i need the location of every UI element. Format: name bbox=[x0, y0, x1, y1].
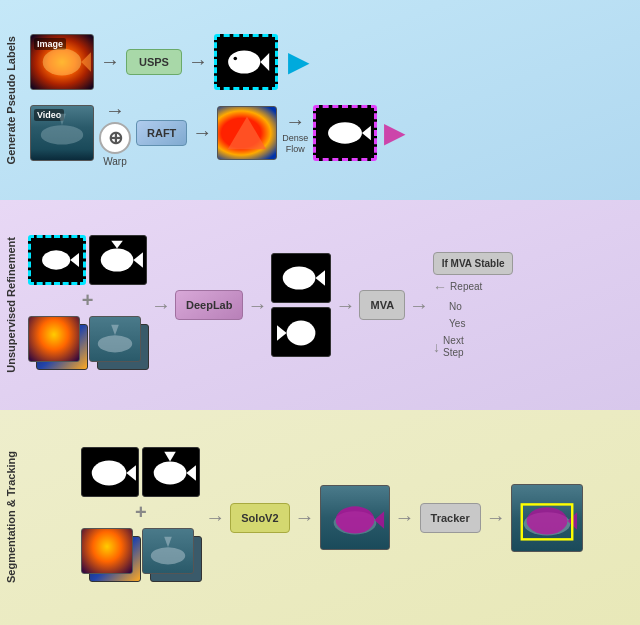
svg-point-17 bbox=[283, 266, 316, 289]
svg-marker-22 bbox=[127, 465, 137, 480]
no-label: No bbox=[449, 301, 462, 312]
fish-svg-1 bbox=[31, 35, 93, 89]
svg-point-19 bbox=[287, 320, 316, 345]
fish-mask-svg-1 bbox=[217, 37, 275, 87]
fish-p3-1 bbox=[82, 448, 138, 496]
svg-point-26 bbox=[151, 547, 185, 564]
svg-point-32 bbox=[526, 507, 567, 534]
thumb-image-colorful: Image bbox=[30, 34, 94, 90]
result-svg-2 bbox=[272, 308, 330, 356]
panel-2-label-container: Unsupervised Refinement bbox=[0, 200, 22, 410]
flow-svg bbox=[218, 107, 276, 159]
svg-marker-14 bbox=[111, 240, 123, 248]
svg-point-5 bbox=[41, 125, 83, 144]
panel2-top-pair bbox=[28, 235, 147, 285]
shark-svg-p2 bbox=[90, 317, 140, 361]
panel-3-inner: + bbox=[24, 410, 640, 625]
panel-1-label-container: Generate Pseudo Labels bbox=[0, 0, 22, 200]
panel1-row1: Image → USPS → bbox=[30, 34, 634, 90]
panel1-row2: Video → ⊕ Warp RAFT → bbox=[30, 99, 634, 167]
svg-point-23 bbox=[154, 461, 187, 484]
panel2-bottom-pair bbox=[28, 316, 147, 376]
panel-unsupervised: Unsupervised Refinement bbox=[0, 200, 640, 410]
arrow-to-solov2: → bbox=[205, 506, 225, 529]
repeat-label: Repeat bbox=[450, 281, 482, 292]
panel-3-label: Segmentation & Tracking bbox=[5, 451, 17, 583]
svg-marker-20 bbox=[277, 325, 287, 340]
mva-box: MVA bbox=[359, 290, 405, 320]
svg-point-8 bbox=[328, 122, 362, 143]
thumb-stack-shark bbox=[89, 316, 147, 376]
panel-generate-pseudo: Generate Pseudo Labels Image → USPS bbox=[0, 0, 640, 200]
arrow-1a: → bbox=[100, 50, 120, 73]
thumb-stack-p3-colorful bbox=[81, 528, 139, 588]
arrow-tracker-out: → bbox=[486, 506, 506, 529]
arrow-warp: → bbox=[105, 99, 125, 122]
no-row: No bbox=[449, 301, 462, 312]
arrow-deeplab-out: → bbox=[247, 294, 267, 317]
deeplab-box: DeepLab bbox=[175, 290, 243, 320]
fish-mask-svg-2 bbox=[316, 108, 374, 158]
thumb-solov2-result bbox=[320, 485, 390, 550]
tracker-result-svg bbox=[512, 485, 582, 551]
arrow-solov2-out: → bbox=[295, 506, 315, 529]
shark-p3 bbox=[143, 529, 193, 573]
yes-label: Yes bbox=[449, 318, 465, 329]
repeat-row: ← Repeat bbox=[433, 279, 482, 295]
tracker-box: Tracker bbox=[420, 503, 481, 533]
shark-svg bbox=[31, 106, 93, 160]
arrow-to-ifmva: → bbox=[409, 294, 429, 317]
p3-front-1 bbox=[81, 528, 133, 574]
svg-marker-30 bbox=[374, 511, 384, 528]
svg-marker-11 bbox=[70, 252, 79, 266]
fish-p3-2 bbox=[143, 448, 199, 496]
arrow-cyan-large: ▶ bbox=[288, 45, 310, 78]
plus-sign-p3: + bbox=[135, 501, 147, 524]
panel2-main-row: + bbox=[28, 235, 636, 376]
p3-front-2 bbox=[142, 528, 194, 574]
svg-marker-13 bbox=[133, 252, 143, 267]
thumb-stack-p3-shark bbox=[142, 528, 200, 588]
arrow-to-deeplab: → bbox=[151, 294, 171, 317]
panel-1-label: Generate Pseudo Labels bbox=[5, 36, 17, 164]
warp-group: → ⊕ Warp bbox=[99, 99, 131, 167]
thumb-flow-field bbox=[217, 106, 277, 160]
nextstep-row: ↓ NextStep bbox=[433, 335, 464, 359]
thumb-stack-colorful bbox=[28, 316, 86, 376]
svg-marker-3 bbox=[260, 53, 269, 71]
thumb-tracker-result bbox=[511, 484, 583, 552]
thumb-masked-pink bbox=[313, 105, 377, 161]
panel2-left-group: + bbox=[28, 235, 147, 376]
yes-row: Yes bbox=[449, 318, 465, 329]
panel-2-label: Unsupervised Refinement bbox=[5, 237, 17, 373]
svg-marker-16 bbox=[111, 324, 119, 335]
solov2-box: SoloV2 bbox=[230, 503, 289, 533]
next-step-label: NextStep bbox=[443, 335, 464, 359]
result-svg-1 bbox=[272, 254, 330, 302]
plus-symbol: ⊕ bbox=[99, 122, 131, 154]
fish-p2-2 bbox=[90, 236, 146, 284]
arrow-raft: → bbox=[192, 121, 212, 144]
panel-segmentation: Segmentation & Tracking bbox=[0, 410, 640, 625]
arrow-next: ↓ bbox=[433, 339, 440, 355]
plus-row-p3: + bbox=[81, 501, 200, 524]
deeplab-results bbox=[271, 253, 331, 357]
panel-1-inner: Image → USPS → bbox=[24, 0, 640, 200]
svg-marker-1 bbox=[81, 52, 91, 71]
svg-point-15 bbox=[98, 335, 132, 352]
arrow-to-mva: → bbox=[335, 294, 355, 317]
svg-marker-9 bbox=[362, 125, 371, 139]
svg-point-0 bbox=[43, 48, 82, 75]
arrow-dense: → bbox=[285, 110, 305, 133]
svg-marker-18 bbox=[316, 270, 326, 285]
arrow-1b: → bbox=[188, 50, 208, 73]
if-mva-box: If MVA Stable bbox=[433, 252, 513, 275]
thumb-result-1 bbox=[271, 253, 331, 303]
svg-point-12 bbox=[101, 248, 134, 271]
decision-labels: ← Repeat No Yes ↓ NextStep bbox=[433, 279, 513, 359]
panel3-left-group: + bbox=[81, 447, 200, 588]
thumb-masked-cyan bbox=[214, 34, 278, 90]
figure-wrapper: Generate Pseudo Labels Image → USPS bbox=[0, 0, 640, 625]
svg-point-21 bbox=[92, 460, 127, 485]
thumb-p3-mask-2 bbox=[142, 447, 200, 497]
